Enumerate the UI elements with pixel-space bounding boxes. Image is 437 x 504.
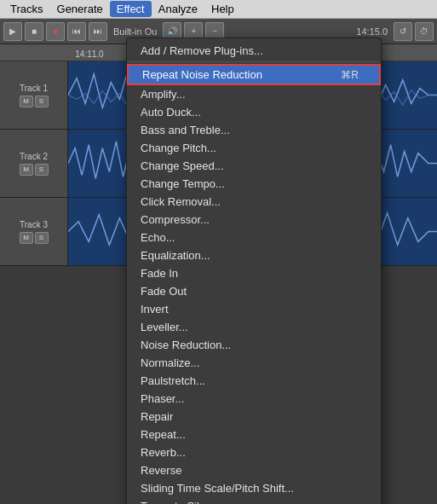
menu-item-14[interactable]: Invert — [127, 300, 381, 318]
menu-item-0[interactable]: Add / Remove Plug-ins... — [127, 42, 381, 62]
menu-item-label-25: Truncate Silence... — [141, 500, 233, 504]
menubar-item-tracks[interactable]: Tracks — [3, 1, 50, 17]
menu-item-1[interactable]: Repeat Noise Reduction⌘R — [127, 64, 381, 85]
menu-item-2[interactable]: Amplify... — [127, 85, 381, 103]
menu-item-label-7: Change Tempo... — [141, 177, 225, 190]
menu-item-8[interactable]: Click Removal... — [127, 193, 381, 211]
menu-item-label-11: Equalization... — [141, 249, 210, 262]
menu-item-label-9: Compressor... — [141, 213, 210, 226]
menu-item-label-23: Reverse — [141, 464, 181, 477]
menu-item-24[interactable]: Sliding Time Scale/Pitch Shift... — [127, 479, 381, 497]
menu-item-label-2: Amplify... — [141, 88, 186, 101]
menu-item-4[interactable]: Bass and Treble... — [127, 121, 381, 139]
menu-item-label-20: Repair — [141, 410, 173, 423]
menu-item-5[interactable]: Change Pitch... — [127, 139, 381, 157]
menu-item-13[interactable]: Fade Out — [127, 282, 381, 300]
menu-item-19[interactable]: Phaser... — [127, 390, 381, 408]
menu-item-21[interactable]: Repeat... — [127, 426, 381, 443]
menu-item-label-4: Bass and Treble... — [141, 124, 230, 136]
menu-item-23[interactable]: Reverse — [127, 461, 381, 479]
menu-item-17[interactable]: Normalize... — [127, 354, 381, 372]
menu-item-20[interactable]: Repair — [127, 408, 381, 426]
menu-item-label-21: Repeat... — [141, 428, 186, 441]
menubar-item-analyze[interactable]: Analyze — [152, 1, 204, 17]
menu-item-18[interactable]: Paulstretch... — [127, 372, 381, 390]
menu-item-label-17: Normalize... — [141, 356, 199, 369]
menubar-item-help[interactable]: Help — [204, 1, 241, 17]
menu-item-10[interactable]: Echo... — [127, 229, 381, 246]
menu-item-6[interactable]: Change Speed... — [127, 157, 381, 175]
menu-item-label-3: Auto Duck... — [141, 106, 201, 119]
menu-item-label-19: Phaser... — [141, 392, 184, 405]
menu-item-7[interactable]: Change Tempo... — [127, 175, 381, 193]
menu-item-16[interactable]: Noise Reduction... — [127, 336, 381, 354]
audio-output-label: Built-in Ou — [110, 26, 160, 37]
menu-item-label-8: Click Removal... — [141, 195, 221, 208]
menu-item-shortcut-1: ⌘R — [341, 69, 359, 81]
menu-item-11[interactable]: Equalization... — [127, 246, 381, 264]
menu-item-label-22: Reverb... — [141, 446, 186, 459]
daw-area: ▶ ■ ● ⏮ ⏭ Built-in Ou 🔊 + − 14:15.0 ↺ ⏱ … — [0, 19, 437, 504]
time-display: 14:15.0 — [353, 26, 391, 37]
effect-dropdown-menu: Add / Remove Plug-ins...Repeat Noise Red… — [126, 38, 382, 504]
menu-item-9[interactable]: Compressor... — [127, 211, 381, 229]
menu-item-label-14: Invert — [141, 303, 169, 316]
menu-item-12[interactable]: Fade In — [127, 264, 381, 282]
dropdown-overlay: Add / Remove Plug-ins...Repeat Noise Red… — [0, 38, 437, 504]
menubar-item-generate[interactable]: Generate — [50, 1, 110, 17]
menu-item-label-18: Paulstretch... — [141, 374, 205, 387]
menubar: Tracks Generate Effect Analyze Help — [0, 0, 437, 19]
menu-item-25[interactable]: Truncate Silence... — [127, 497, 381, 504]
menu-item-label-6: Change Speed... — [141, 159, 224, 172]
menu-item-label-5: Change Pitch... — [141, 142, 216, 154]
menubar-item-effect[interactable]: Effect — [110, 1, 152, 17]
menu-item-label-12: Fade In — [141, 267, 178, 280]
menu-item-label-1: Repeat Noise Reduction — [142, 68, 262, 81]
menu-item-15[interactable]: Leveller... — [127, 318, 381, 336]
menu-item-label-16: Noise Reduction... — [141, 339, 231, 351]
menu-item-22[interactable]: Reverb... — [127, 443, 381, 461]
menu-item-label-0: Add / Remove Plug-ins... — [141, 44, 263, 57]
menu-item-label-15: Leveller... — [141, 321, 188, 333]
menu-item-3[interactable]: Auto Duck... — [127, 103, 381, 121]
menu-item-label-24: Sliding Time Scale/Pitch Shift... — [141, 482, 294, 495]
menu-item-label-10: Echo... — [141, 231, 175, 244]
menu-item-label-13: Fade Out — [141, 285, 187, 298]
